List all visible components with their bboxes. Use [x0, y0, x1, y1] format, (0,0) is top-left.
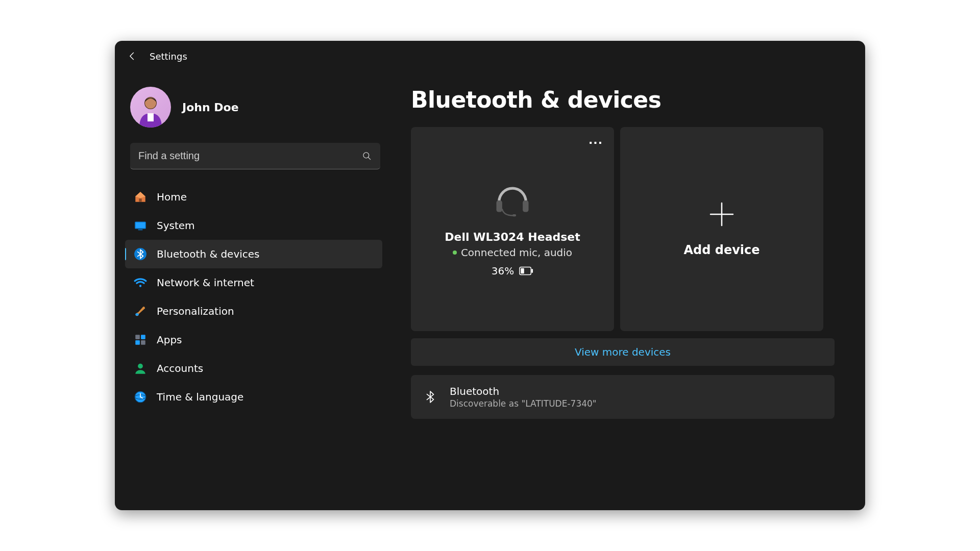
status-dot-icon	[453, 251, 457, 255]
plus-icon	[708, 201, 735, 228]
add-device-label: Add device	[683, 243, 760, 257]
svg-rect-12	[141, 335, 145, 339]
sidebar-item-label: Bluetooth & devices	[157, 248, 260, 260]
person-icon	[133, 361, 148, 375]
sidebar-item-label: System	[157, 219, 195, 232]
sidebar-item-personalization[interactable]: Personalization	[125, 297, 382, 325]
sidebar-item-apps[interactable]: Apps	[125, 325, 382, 354]
sidebar-item-label: Network & internet	[157, 277, 254, 289]
bluetooth-setting-row[interactable]: Bluetooth Discoverable as "LATITUDE-7340…	[411, 375, 835, 419]
svg-rect-6	[136, 222, 145, 228]
sidebar-nav: Home System Bluetooth & devices	[125, 183, 385, 510]
device-status-row: Connected mic, audio	[453, 246, 572, 259]
avatar	[130, 87, 171, 128]
settings-window: Settings John Doe	[115, 41, 865, 510]
svg-rect-13	[135, 340, 140, 345]
paired-device-card[interactable]: ··· Dell WL3024 Headset Connected mic, a…	[411, 127, 614, 331]
page-title: Bluetooth & devices	[411, 87, 835, 113]
battery-row: 36%	[492, 265, 533, 277]
paintbrush-icon	[133, 304, 148, 318]
search-icon	[362, 151, 372, 161]
system-icon	[133, 218, 148, 233]
bluetooth-icon	[133, 247, 148, 261]
user-profile[interactable]: John Doe	[125, 71, 385, 143]
sidebar-item-system[interactable]: System	[125, 211, 382, 240]
svg-point-9	[139, 285, 141, 287]
sidebar-item-network[interactable]: Network & internet	[125, 268, 382, 297]
headset-icon	[489, 182, 535, 217]
battery-percent: 36%	[492, 265, 514, 277]
bluetooth-glyph-icon	[423, 390, 437, 404]
sidebar-item-bluetooth-devices[interactable]: Bluetooth & devices	[125, 240, 382, 268]
titlebar: Settings	[115, 41, 865, 71]
svg-point-10	[135, 313, 139, 316]
svg-rect-25	[521, 268, 524, 273]
bluetooth-texts: Bluetooth Discoverable as "LATITUDE-7340…	[450, 385, 597, 409]
sidebar-item-home[interactable]: Home	[125, 183, 382, 211]
sidebar-item-label: Home	[157, 191, 187, 203]
svg-rect-4	[139, 198, 141, 202]
sidebar-item-label: Accounts	[157, 362, 203, 374]
sidebar-item-label: Time & language	[157, 391, 243, 403]
bluetooth-title: Bluetooth	[450, 385, 597, 397]
svg-line-3	[369, 157, 371, 159]
svg-point-1	[145, 97, 156, 109]
svg-rect-22	[512, 214, 516, 216]
device-name: Dell WL3024 Headset	[445, 231, 580, 243]
svg-rect-14	[141, 340, 145, 345]
svg-rect-24	[531, 269, 533, 272]
search-input[interactable]	[138, 150, 362, 162]
svg-rect-7	[138, 230, 143, 231]
home-icon	[133, 190, 148, 204]
battery-icon	[519, 266, 533, 276]
device-cards-row: ··· Dell WL3024 Headset Connected mic, a…	[411, 127, 835, 331]
svg-point-15	[138, 364, 143, 369]
wifi-icon	[133, 276, 148, 290]
device-status: Connected mic, audio	[461, 246, 572, 259]
svg-rect-20	[497, 200, 502, 212]
main-content: Bluetooth & devices ··· Dell WL3024 Head…	[390, 71, 865, 510]
sidebar-item-label: Personalization	[157, 305, 234, 317]
more-options-button[interactable]: ···	[589, 136, 603, 149]
add-device-card[interactable]: Add device	[620, 127, 823, 331]
bluetooth-subtitle: Discoverable as "LATITUDE-7340"	[450, 398, 597, 409]
apps-icon	[133, 333, 148, 347]
back-button[interactable]	[127, 51, 137, 61]
sidebar: John Doe Home System	[115, 71, 390, 510]
search-box[interactable]	[130, 143, 380, 169]
link-text: View more devices	[575, 346, 671, 358]
view-more-devices-link[interactable]: View more devices	[411, 338, 835, 366]
app-title: Settings	[150, 51, 187, 62]
user-name: John Doe	[182, 101, 239, 114]
svg-rect-21	[523, 200, 528, 212]
svg-rect-11	[135, 335, 140, 339]
sidebar-item-accounts[interactable]: Accounts	[125, 354, 382, 383]
globe-clock-icon	[133, 390, 148, 404]
sidebar-item-time-language[interactable]: Time & language	[125, 383, 382, 411]
sidebar-item-label: Apps	[157, 334, 182, 346]
